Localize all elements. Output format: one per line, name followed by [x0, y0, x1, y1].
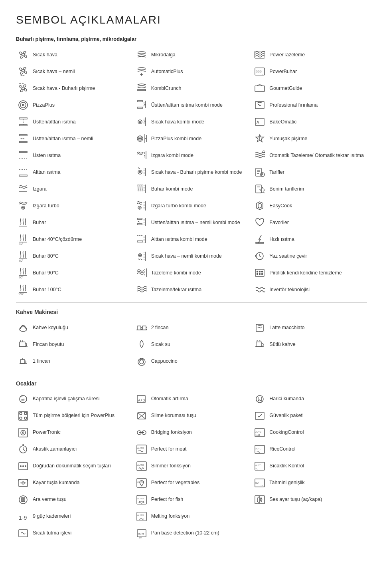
item-main-c3-0: PowerTazeleme — [253, 47, 367, 63]
item-main-c1-1: Sıcak hava – nemli — [16, 64, 130, 79]
item-main-c2-12: Sıcak hava – nemli kombi mode — [134, 248, 249, 264]
svg-rect-9 — [255, 86, 265, 91]
ocak-c1-1-label: Tüm pişirme bölgeleri için PowerPlus — [33, 412, 115, 419]
item-ocak-c1-2: PowerTronic — [16, 425, 130, 441]
main-c3-13-label: Pirolitik kendi kendine temizleme — [269, 270, 342, 276]
main-c1-11-label: Buhar 40°C/çözdürme — [33, 236, 82, 242]
svg-rect-14 — [137, 107, 143, 108]
main-c2-0-icon — [135, 48, 148, 61]
item-ocak-c3-2: AUTO1111CookingControl — [253, 425, 367, 441]
main-c2-12-icon — [135, 250, 148, 262]
item-ocak-c1-1: Tüm pişirme bölgeleri için PowerPlus — [16, 408, 130, 424]
main-c3-4-icon: A — [253, 115, 266, 128]
item-main-c3-8: Benim tariflerim — [253, 181, 367, 197]
ocak-c1-5-icon — [17, 477, 30, 489]
item-main-c1-4: Üstten/alttan ısıtma — [16, 114, 130, 130]
svg-rect-20 — [19, 125, 27, 126]
ocak-c2-2-label: Bridging fonksiyon — [151, 429, 192, 435]
ocak-c2-3-label: Perfect for meat — [151, 446, 187, 452]
svg-point-58 — [22, 206, 25, 209]
svg-point-2 — [22, 70, 24, 72]
svg-rect-166 — [137, 512, 146, 521]
item-ocak-c2-8: 10-22cmPan base detection (10-22 cm) — [134, 525, 249, 541]
item-kahve-c1-2: 1 fincan — [16, 353, 130, 369]
svg-text:°C: °C — [255, 467, 258, 470]
svg-text:AUTO: AUTO — [255, 431, 262, 433]
ocak-c2-0-icon: A+B — [135, 393, 148, 405]
main-c2-11-label: Alttan ısıtma kombi mode — [151, 236, 207, 242]
svg-point-22 — [138, 120, 142, 124]
svg-text:AUTO: AUTO — [137, 514, 144, 516]
svg-point-121 — [24, 417, 27, 419]
main-c2-4-icon — [135, 115, 148, 128]
kahve-c3-1-icon — [253, 338, 266, 351]
ocak-c1-2-icon — [17, 426, 30, 439]
item-main-c3-6: Otomatik Tazeleme/ Otomatik tekrar ısıtm… — [253, 147, 367, 163]
main-c3-1-icon: + — [253, 65, 266, 78]
item-main-c2-7: Sıcak hava - Buharlı pişirme kombi mode — [134, 164, 249, 180]
main-c1-7-label: Alttan ısıtma — [33, 169, 60, 175]
page-title: SEMBOL AÇIKLAMALARI — [16, 12, 367, 28]
ocaklar-title: Ocaklar — [16, 380, 367, 388]
ocak-c3-1-label: Güvenlik paketi — [269, 412, 303, 419]
svg-rect-137 — [137, 445, 146, 454]
item-ocak-c3-5: 80cmTahmini genişlik — [253, 475, 367, 491]
svg-point-33 — [139, 138, 140, 139]
main-c1-2-label: Sıcak hava - Buharlı pişirme — [33, 85, 95, 91]
kahve-c2-0-icon — [135, 321, 148, 334]
main-c1-9-label: Izgara turbo — [33, 203, 59, 209]
main-c2-2-label: KombiCrunch — [151, 85, 182, 91]
item-main-c3-2: GourmetGuide — [253, 80, 367, 96]
main-c1-14-icon: 100° — [17, 283, 30, 296]
ocak-c3-5-label: Tahmini genişlik — [269, 479, 304, 486]
svg-rect-19 — [19, 118, 27, 119]
svg-rect-107 — [20, 360, 25, 364]
ocak-c1-8-icon — [17, 527, 30, 540]
main-c2-2-icon — [135, 82, 148, 95]
main-c1-4-label: Üstten/alttan ısıtma — [33, 119, 76, 125]
ocak-c2-1-icon — [135, 409, 148, 422]
svg-rect-66 — [137, 224, 142, 225]
ocak-c2-7-icon: AUTO — [135, 510, 148, 523]
ocak-c1-0-label: Kapatma işlevli çalışma süresi — [33, 395, 99, 402]
svg-point-41 — [263, 151, 265, 153]
svg-text:A+B: A+B — [138, 398, 145, 402]
main-c3-7-label: Tarifler — [269, 169, 284, 175]
main-c1-8-icon — [17, 183, 30, 195]
item-kahve-c2-2: Cappuccino — [134, 353, 249, 369]
item-main-c2-6: Izgara kombi mode — [134, 147, 249, 163]
item-main-c3-14: İnvertör teknolojisi — [253, 282, 367, 298]
svg-point-45 — [139, 171, 141, 173]
ocak-c2-0-label: Otomatik artırma — [151, 395, 188, 402]
main-c3-7-icon — [253, 166, 266, 179]
svg-point-119 — [24, 412, 27, 415]
item-ocak-c1-8: Sıcak tutma işlevi — [16, 525, 130, 541]
svg-point-143 — [22, 465, 24, 467]
main-c3-6-label: Otomatik Tazeleme/ Otomatik tekrar ısıtm… — [269, 152, 364, 159]
svg-point-144 — [25, 465, 26, 467]
ocak-c3-3-icon: AUTO — [253, 443, 266, 456]
main-c2-14-icon — [135, 283, 148, 296]
main-c2-1-label: AutomaticPlus — [151, 68, 183, 75]
svg-point-90 — [262, 271, 263, 272]
svg-text:AUTO: AUTO — [137, 447, 144, 449]
svg-rect-5 — [255, 68, 265, 75]
svg-point-59 — [23, 207, 24, 209]
main-c3-6-icon — [253, 149, 266, 162]
main-c1-10-icon — [17, 216, 30, 229]
ocak-c1-3-icon — [17, 443, 30, 456]
main-c1-14-label: Buhar 100°C — [33, 286, 61, 293]
svg-text:off: off — [21, 398, 25, 401]
svg-text:A: A — [257, 120, 259, 125]
ocak-c2-5-label: Perfect for vegetables — [151, 479, 200, 486]
item-main-c3-9: EasyCook — [253, 198, 367, 214]
main-c3-11-label: Hızlı ısıtma — [269, 236, 294, 242]
item-ocak-c3-6: Ses ayar tuşu (aç/kapa) — [253, 492, 367, 508]
main-c3-9-icon — [253, 199, 266, 212]
item-main-c2-3: Üstten/alttan ısıtma kombi mode — [134, 97, 249, 113]
main-c1-5-icon — [17, 132, 30, 145]
svg-rect-37 — [19, 151, 27, 153]
svg-rect-65 — [137, 218, 142, 219]
item-main-c3-5: Yumuşak pişirme — [253, 131, 367, 147]
svg-point-44 — [138, 170, 142, 174]
